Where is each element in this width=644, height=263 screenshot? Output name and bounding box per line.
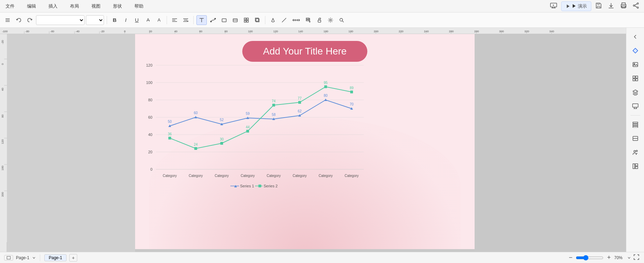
connector-tool-button[interactable] [208,15,218,25]
edit-tool-button[interactable] [303,15,313,25]
font-size-select[interactable] [86,15,104,25]
redo-button[interactable] [25,15,35,25]
svg-rect-176 [633,79,635,81]
arrange-button[interactable] [253,15,262,25]
share-icon-button[interactable] [631,1,641,11]
svg-rect-44 [306,20,309,21]
monitor-panel-button[interactable] [629,100,642,112]
menu-layout[interactable]: 布局 [67,2,82,11]
italic-button[interactable]: I [121,15,131,25]
svg-point-13 [633,5,635,6]
svg-point-28 [211,21,212,22]
page-tab-button[interactable]: Page-1 [44,254,67,261]
svg-text:220: 220 [399,30,404,33]
image2-panel-button[interactable] [629,132,642,145]
underline-button[interactable]: U [132,15,142,25]
print-icon-button[interactable] [618,1,629,11]
svg-point-29 [215,18,216,19]
svg-text:89: 89 [350,86,354,90]
grid2-panel-button[interactable] [629,160,642,172]
svg-text:52: 52 [220,118,224,122]
zoom-out-button[interactable]: − [567,254,574,261]
menu-view[interactable]: 视图 [89,2,103,11]
svg-rect-174 [633,76,635,78]
download-icon-button[interactable] [606,1,616,11]
menu-edit[interactable]: 编辑 [24,2,39,11]
text-color-button[interactable]: A [154,15,164,25]
svg-line-16 [635,6,637,7]
undo-button[interactable] [14,15,24,25]
svg-rect-156 [350,91,353,93]
fullscreen-button[interactable] [633,254,640,262]
svg-rect-193 [7,256,10,259]
canvas-content[interactable]: Add Your Title Here [7,34,626,252]
grid-panel-button[interactable] [629,72,642,85]
fill-color-button[interactable] [268,15,278,25]
divider-2 [167,16,167,24]
align-options-button[interactable] [181,15,191,25]
svg-rect-190 [633,164,635,169]
strikethrough-button[interactable]: A̶ [143,15,153,25]
svg-text:Category: Category [241,174,255,178]
settings-button[interactable] [326,15,335,25]
zoom-in-button[interactable]: + [606,254,612,261]
rectangle-tool-button[interactable] [219,15,229,25]
zoom-slider[interactable] [576,255,603,261]
save-icon-button[interactable] [593,1,604,11]
add-page-button[interactable]: + [69,254,77,262]
svg-text:300: 300 [499,30,504,33]
svg-text:60: 60 [194,111,198,115]
line-tool-button[interactable] [279,15,289,25]
svg-text:320: 320 [524,30,529,33]
svg-line-15 [635,4,637,5]
bold-button[interactable]: B [110,15,120,25]
present-button[interactable]: ▶ 演示 [561,1,591,11]
align-left-button[interactable] [170,15,179,25]
menu-file[interactable]: 文件 [3,2,17,11]
collapse-right-button[interactable] [629,31,642,43]
screen-icon-button[interactable] [548,1,559,11]
expand-panel-button[interactable] [3,15,12,25]
ruler-top: -100 -80 -60 -40 -20 0 20 40 60 [0,28,626,34]
menu-shape[interactable]: 形状 [110,2,125,11]
svg-text:36: 36 [168,132,172,136]
svg-rect-7 [598,3,599,5]
svg-text:120: 120 [273,30,278,33]
image-panel-button[interactable] [629,58,642,71]
menu-insert[interactable]: 插入 [46,2,60,11]
title-button[interactable]: Add Your Title Here [242,41,367,62]
svg-text:Series 1: Series 1 [240,184,254,188]
align-distribute-button[interactable] [241,15,251,25]
arrow-tool-button[interactable] [290,15,302,25]
page-thumbnail-button[interactable] [4,255,13,261]
slide-area[interactable]: Add Your Title Here [135,34,475,249]
main-area: -100 -80 -60 -40 -20 0 20 40 60 [0,28,644,252]
right-panel-divider [630,115,640,116]
svg-text:40: 40 [174,30,177,33]
svg-rect-6 [597,6,600,8]
svg-text:Category: Category [345,174,359,178]
right-panel [626,28,644,252]
svg-point-14 [637,7,638,8]
svg-point-189 [636,150,637,152]
layers-panel-button[interactable] [629,86,642,99]
font-family-select[interactable] [36,15,85,25]
search-button[interactable] [337,15,346,25]
left-ruler-vertical: -20 0 40 80 120 160 200 [0,34,7,252]
svg-text:80: 80 [224,30,228,33]
lock-button[interactable] [315,15,324,25]
menu-help[interactable]: 帮助 [132,2,146,11]
svg-text:100: 100 [146,80,152,85]
menu-bar: 文件 编辑 插入 布局 视图 形状 帮助 ▶ 演示 [0,0,644,12]
diamond-tool-button[interactable] [629,44,642,57]
stack-panel-button[interactable] [629,118,642,131]
people-panel-button[interactable] [629,146,642,159]
text-tool-button[interactable] [196,15,207,25]
svg-rect-154 [298,101,301,104]
zoom-dropdown-icon[interactable] [627,256,631,260]
svg-rect-172 [633,62,638,67]
svg-rect-11 [622,6,625,8]
page-dropdown-icon[interactable] [32,256,36,260]
shape-tool-button[interactable] [230,15,240,25]
svg-line-39 [282,18,286,22]
